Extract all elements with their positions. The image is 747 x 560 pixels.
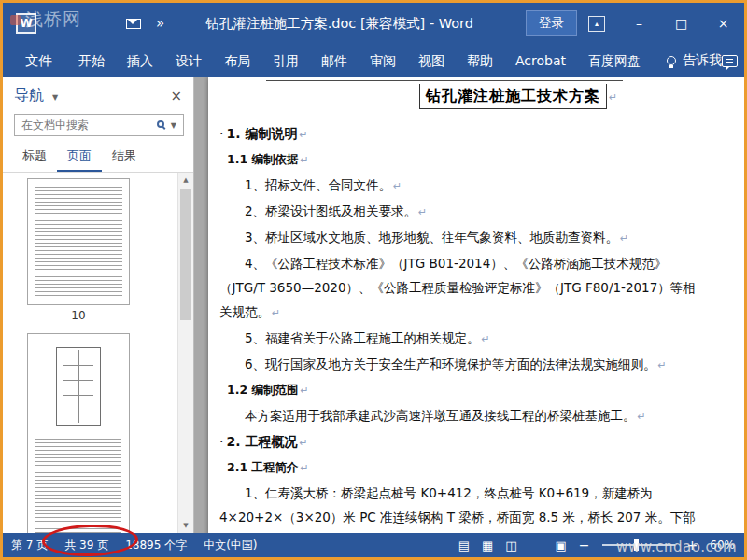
doc-paragraph: 2、桥梁设计图纸及相关要求。↵ bbox=[219, 199, 698, 225]
maximize-button[interactable]: □ bbox=[660, 3, 702, 44]
language-indicator[interactable]: 中文(中国) bbox=[195, 538, 265, 553]
minimize-button[interactable]: – bbox=[618, 3, 660, 44]
paragraph-text: 2.1 工程简介 bbox=[227, 460, 299, 474]
search-icon[interactable] bbox=[157, 120, 164, 128]
nav-tab-headings[interactable]: 标题 bbox=[12, 142, 57, 172]
status-bar: 第 7 页 共 39 页 18895 个字 中文(中国) ▤ ▦ ◫ ▣ − +… bbox=[3, 533, 744, 557]
read-mode-icon[interactable]: ▤ bbox=[458, 539, 470, 552]
paragraph-text: 2、桥梁设计图纸及相关要求。 bbox=[245, 203, 416, 218]
tab-acrobat[interactable]: Acrobat bbox=[504, 44, 577, 77]
paragraph-mark: ↵ bbox=[393, 180, 402, 192]
doc-paragraph: 5、福建省关于公路工程施工的相关规定。↵ bbox=[219, 326, 698, 352]
tab-help[interactable]: 帮助 bbox=[456, 44, 504, 77]
scrollbar-thumb[interactable] bbox=[180, 189, 191, 320]
doc-heading: ·1. 编制说明↵ bbox=[219, 121, 698, 147]
share-icon[interactable] bbox=[126, 19, 141, 29]
tab-home[interactable]: 开始 bbox=[67, 44, 116, 77]
zoom-slider-thumb[interactable] bbox=[634, 539, 639, 551]
paragraph-mark: ↵ bbox=[301, 385, 309, 397]
tab-design[interactable]: 设计 bbox=[164, 44, 213, 77]
paragraph-text: 3、桥址区域水文地质、地形地貌、往年气象资料、地质勘查资料。 bbox=[245, 230, 618, 245]
page-thumbnail[interactable] bbox=[27, 178, 130, 305]
scroll-up-icon[interactable]: ▲ bbox=[178, 173, 193, 188]
focus-mode-icon[interactable]: ▣ bbox=[556, 539, 567, 552]
zoom-level[interactable]: 60% bbox=[710, 539, 735, 552]
thumbnail-text-lines bbox=[35, 439, 121, 533]
paragraph-text: 1、仁寿溪大桥：桥梁起点桩号 K0+412，终点桩号 K0+619，新建桥为 4… bbox=[219, 485, 696, 533]
nav-scrollbar[interactable]: ▲ ▼ bbox=[177, 173, 193, 533]
paragraph-mark: ↵ bbox=[609, 91, 617, 104]
search-box: ▼ bbox=[14, 114, 184, 136]
tab-mailings[interactable]: 邮件 bbox=[310, 44, 359, 77]
list-bullet: · bbox=[219, 434, 223, 449]
search-options-chevron-icon[interactable]: ▼ bbox=[171, 121, 176, 130]
tab-view[interactable]: 视图 bbox=[407, 44, 456, 77]
doc-paragraph: 1、仁寿溪大桥：桥梁起点桩号 K0+412，终点桩号 K0+619，新建桥为 4… bbox=[219, 481, 698, 533]
doc-heading: 2.1 工程简介↵ bbox=[219, 455, 698, 481]
doc-paragraph: 3、桥址区域水文地质、地形地貌、往年气象资料、地质勘查资料。↵ bbox=[219, 225, 698, 251]
paragraph-mark: ↵ bbox=[620, 232, 628, 245]
scroll-down-icon[interactable]: ▼ bbox=[178, 518, 193, 533]
zoom-slider[interactable] bbox=[602, 544, 675, 546]
close-button[interactable]: × bbox=[702, 3, 744, 44]
word-window: 浅桥网 W » 钻孔灌注桩施工方案.doc [兼容模式] - Word 登录 ▴… bbox=[0, 0, 747, 560]
doc-paragraph: 1、招标文件、合同文件。↵ bbox=[219, 173, 698, 199]
tab-review[interactable]: 审阅 bbox=[359, 44, 407, 77]
doc-paragraph: 4、《公路工程技术标准》（JTG B01-2014）、《公路桥涵施工技术规范》（… bbox=[219, 251, 698, 326]
paragraph-mark: ↵ bbox=[272, 307, 280, 319]
lightbulb-icon bbox=[667, 56, 676, 65]
paragraph-mark: ↵ bbox=[299, 437, 307, 449]
ribbon-display-options-icon[interactable]: ▴ bbox=[588, 16, 605, 32]
zoom-out-button[interactable]: − bbox=[579, 538, 590, 553]
tab-baidu-netdisk[interactable]: 百度网盘 bbox=[577, 44, 652, 77]
print-layout-icon[interactable]: ▦ bbox=[482, 539, 493, 552]
paragraph-mark: ↵ bbox=[301, 462, 309, 474]
login-button[interactable]: 登录 bbox=[526, 10, 577, 36]
doc-paragraph: 本方案适用于我部承建武沙高速洋墩互通及接线工程的桥梁桩基施工。↵ bbox=[219, 403, 698, 429]
page-thumbnail[interactable] bbox=[27, 333, 130, 533]
paragraph-text: 本方案适用于我部承建武沙高速洋墩互通及接线工程的桥梁桩基施工。 bbox=[245, 408, 636, 423]
word-count[interactable]: 18895 个字 bbox=[117, 538, 195, 553]
paragraph-text: 1. 编制说明 bbox=[226, 126, 297, 141]
page-indicator[interactable]: 第 7 页 bbox=[3, 538, 56, 553]
list-bullet: · bbox=[219, 126, 223, 141]
navigation-title: 导航 bbox=[14, 86, 44, 105]
status-right-group: ▤ ▦ ◫ ▣ − + 60% bbox=[458, 538, 735, 553]
tell-me-button[interactable]: 告诉我 bbox=[667, 52, 722, 69]
page-total[interactable]: 共 39 页 bbox=[56, 538, 117, 553]
tab-references[interactable]: 引用 bbox=[261, 44, 310, 77]
quick-access-toolbar: » bbox=[126, 15, 164, 32]
search-area: ▼ bbox=[3, 109, 193, 142]
zoom-in-button[interactable]: + bbox=[687, 538, 698, 553]
paragraph-mark: ↵ bbox=[299, 129, 307, 141]
comment-icon[interactable] bbox=[722, 55, 738, 67]
word-logo-icon[interactable]: W bbox=[16, 13, 36, 34]
web-layout-icon[interactable]: ◫ bbox=[505, 539, 516, 552]
navigation-header: 导航 ▼ × bbox=[3, 77, 193, 109]
navigation-tabs: 标题 页面 结果 bbox=[3, 142, 193, 173]
paragraph-text: 1.2 编制范围 bbox=[227, 383, 299, 397]
paragraph-text: 6、现行国家及地方关于安全生产和环境保护等方面的法律法规实施细则。 bbox=[245, 357, 656, 371]
tab-layout[interactable]: 布局 bbox=[213, 44, 261, 77]
search-input[interactable] bbox=[21, 119, 153, 132]
chevron-down-icon[interactable]: ▼ bbox=[52, 93, 58, 102]
paragraph-text: 5、福建省关于公路工程施工的相关规定。 bbox=[245, 330, 480, 345]
tab-file[interactable]: 文件 bbox=[10, 44, 67, 77]
tab-insert[interactable]: 插入 bbox=[116, 44, 164, 77]
title-top-rule bbox=[266, 80, 623, 81]
main-area: 导航 ▼ × ▼ 标题 页面 结果 10 bbox=[3, 77, 744, 533]
close-navigation-icon[interactable]: × bbox=[170, 88, 182, 105]
thumbnail-diagram bbox=[56, 347, 101, 426]
paragraph-text: 1、招标文件、合同文件。 bbox=[245, 177, 391, 192]
document-page[interactable]: 钻孔灌注桩施工技术方案↵ ·1. 编制说明↵ 1.1 编制依据↵ 1、招标文件、… bbox=[208, 77, 744, 533]
nav-tab-pages[interactable]: 页面 bbox=[57, 142, 102, 172]
document-area: 钻孔灌注桩施工技术方案↵ ·1. 编制说明↵ 1.1 编制依据↵ 1、招标文件、… bbox=[194, 77, 744, 533]
page-thumbnails: 10 ▲ ▼ bbox=[3, 173, 193, 533]
nav-tab-results[interactable]: 结果 bbox=[102, 142, 147, 172]
paragraph-text: 2. 工程概况 bbox=[226, 434, 297, 449]
document-title: 钻孔灌注桩施工技术方案 bbox=[419, 84, 607, 109]
tell-me-label: 告诉我 bbox=[683, 52, 722, 69]
paragraph-mark: ↵ bbox=[638, 411, 646, 423]
qat-customize-icon[interactable]: » bbox=[156, 15, 164, 32]
doc-paragraph: 6、现行国家及地方关于安全生产和环境保护等方面的法律法规实施细则。↵ bbox=[219, 352, 698, 378]
